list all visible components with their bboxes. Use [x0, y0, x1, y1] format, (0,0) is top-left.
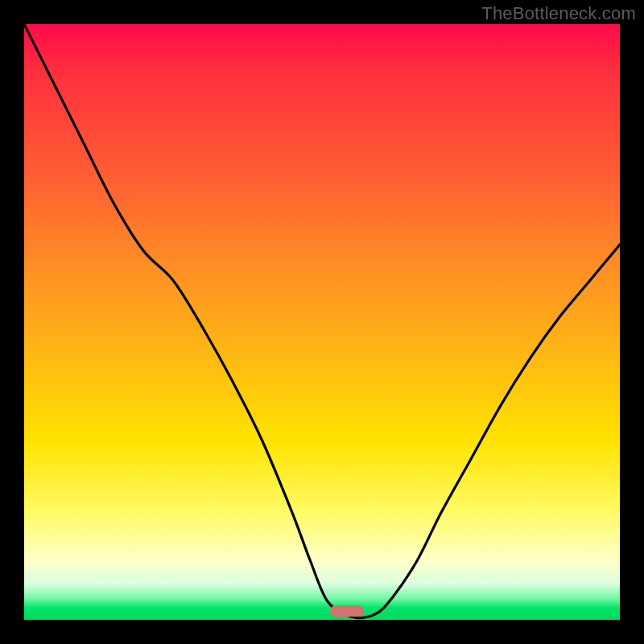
bottleneck-curve — [24, 24, 620, 620]
chart-frame: TheBottleneck.com — [0, 0, 644, 644]
minimum-marker — [330, 605, 364, 617]
watermark-text: TheBottleneck.com — [481, 3, 636, 24]
plot-area — [24, 24, 620, 620]
